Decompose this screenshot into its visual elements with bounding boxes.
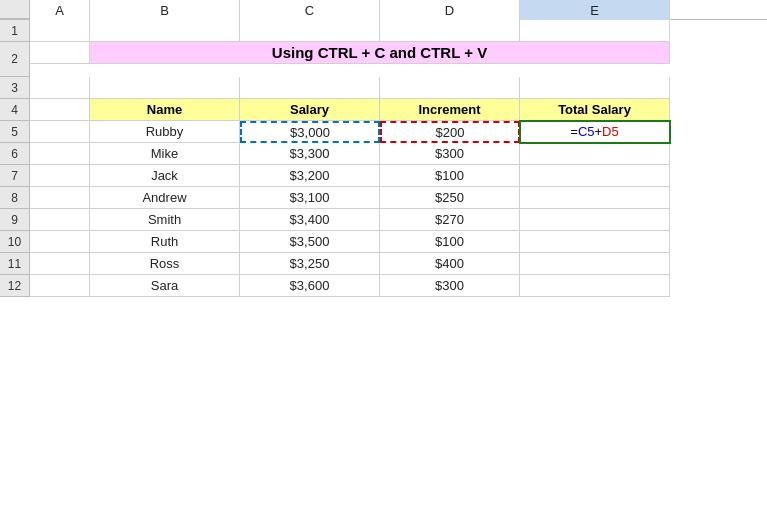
cell-b8-name[interactable]: Andrew: [90, 187, 240, 209]
row-num-4[interactable]: 4: [0, 99, 30, 121]
col-header-d[interactable]: D: [380, 0, 520, 22]
cell-d3[interactable]: [380, 77, 520, 99]
cell-d6-increment[interactable]: $300: [380, 143, 520, 165]
cell-title[interactable]: Using CTRL + C and CTRL + V: [90, 42, 670, 64]
cell-d10-increment[interactable]: $100: [380, 231, 520, 253]
cell-c1[interactable]: [240, 20, 380, 42]
cell-d7-increment[interactable]: $100: [380, 165, 520, 187]
row-num-12[interactable]: 12: [0, 275, 30, 297]
cell-a7[interactable]: [30, 165, 90, 187]
cell-e9[interactable]: [520, 209, 670, 231]
cell-e5-formula[interactable]: =C5+D5: [520, 121, 670, 143]
cell-e1[interactable]: [520, 20, 670, 42]
row-num-11[interactable]: 11: [0, 253, 30, 275]
row-3: [30, 77, 767, 99]
row-9: Smith $3,400 $270: [30, 209, 767, 231]
cell-a5[interactable]: [30, 121, 90, 143]
row-num-6[interactable]: 6: [0, 143, 30, 165]
col-header-e[interactable]: E: [520, 0, 670, 22]
cell-b10-name[interactable]: Ruth: [90, 231, 240, 253]
row-num-9[interactable]: 9: [0, 209, 30, 231]
row-12: Sara $3,600 $300: [30, 275, 767, 297]
cell-d9-increment[interactable]: $270: [380, 209, 520, 231]
cell-e10[interactable]: [520, 231, 670, 253]
formula-c5: C5: [578, 124, 595, 139]
cell-a8[interactable]: [30, 187, 90, 209]
cell-b12-name[interactable]: Sara: [90, 275, 240, 297]
cell-c6-salary[interactable]: $3,300: [240, 143, 380, 165]
cell-b5-name[interactable]: Rubby: [90, 121, 240, 143]
cell-d12-increment[interactable]: $300: [380, 275, 520, 297]
cell-b6-name[interactable]: Mike: [90, 143, 240, 165]
row-4: Name Salary Increment Total Salary: [30, 99, 767, 121]
cell-c11-salary[interactable]: $3,250: [240, 253, 380, 275]
cell-e6[interactable]: [520, 143, 670, 165]
col-header-a[interactable]: A: [30, 0, 90, 22]
cell-c3[interactable]: [240, 77, 380, 99]
cell-c7-salary[interactable]: $3,200: [240, 165, 380, 187]
cell-d5-increment[interactable]: $200: [380, 121, 520, 143]
cell-b1[interactable]: [90, 20, 240, 42]
row-num-1[interactable]: 1: [0, 20, 30, 42]
row-num-5[interactable]: 5: [0, 121, 30, 143]
grid-area: Using CTRL + C and CTRL + V Name Salary …: [30, 20, 767, 529]
sheet-body: 1 2 3 4 5 6 7 8 9 10 11 12: [0, 20, 767, 529]
cell-e7[interactable]: [520, 165, 670, 187]
cell-c5-salary[interactable]: $3,000: [240, 121, 380, 143]
cell-a6[interactable]: [30, 143, 90, 165]
cell-c12-salary[interactable]: $3,600: [240, 275, 380, 297]
cell-b7-name[interactable]: Jack: [90, 165, 240, 187]
formula-plus: +: [595, 124, 603, 139]
row-num-7[interactable]: 7: [0, 165, 30, 187]
col-header-c[interactable]: C: [240, 0, 380, 22]
row-numbers: 1 2 3 4 5 6 7 8 9 10 11 12: [0, 20, 30, 529]
row-1: [30, 20, 767, 42]
cell-c10-salary[interactable]: $3,500: [240, 231, 380, 253]
cell-e4-total[interactable]: Total Salary: [520, 99, 670, 121]
cell-b9-name[interactable]: Smith: [90, 209, 240, 231]
cell-e3[interactable]: [520, 77, 670, 99]
cell-c8-salary[interactable]: $3,100: [240, 187, 380, 209]
cell-a9[interactable]: [30, 209, 90, 231]
formula-equals: =: [570, 124, 578, 139]
cell-c9-salary[interactable]: $3,400: [240, 209, 380, 231]
row-7: Jack $3,200 $100: [30, 165, 767, 187]
row-2: Using CTRL + C and CTRL + V: [30, 42, 767, 77]
cell-a1[interactable]: [30, 20, 90, 42]
row-8: Andrew $3,100 $250: [30, 187, 767, 209]
column-headers: A B C D E: [0, 0, 767, 20]
cell-a3[interactable]: [30, 77, 90, 99]
cell-b4-name[interactable]: Name: [90, 99, 240, 121]
col-header-b[interactable]: B: [90, 0, 240, 22]
row-num-8[interactable]: 8: [0, 187, 30, 209]
spreadsheet: A B C D E 1 2 3 4 5 6 7 8 9 10 11 12: [0, 0, 767, 529]
row-num-3[interactable]: 3: [0, 77, 30, 99]
row-5: Rubby $3,000 $200 =C5+D5: [30, 121, 767, 143]
cell-e8[interactable]: [520, 187, 670, 209]
cell-a10[interactable]: [30, 231, 90, 253]
cell-d1[interactable]: [380, 20, 520, 42]
cell-a11[interactable]: [30, 253, 90, 275]
cell-a2[interactable]: [30, 42, 90, 64]
row-6: Mike $3,300 $300: [30, 143, 767, 165]
cell-c4-salary[interactable]: Salary: [240, 99, 380, 121]
cell-d11-increment[interactable]: $400: [380, 253, 520, 275]
row-10: Ruth $3,500 $100: [30, 231, 767, 253]
cell-a4[interactable]: [30, 99, 90, 121]
corner-cell: [0, 0, 30, 19]
row-num-10[interactable]: 10: [0, 231, 30, 253]
row-num-2[interactable]: 2: [0, 42, 30, 77]
formula-d5: D5: [602, 124, 619, 139]
cell-b11-name[interactable]: Ross: [90, 253, 240, 275]
cell-d4-increment[interactable]: Increment: [380, 99, 520, 121]
cell-a12[interactable]: [30, 275, 90, 297]
cell-b3[interactable]: [90, 77, 240, 99]
cell-e12[interactable]: [520, 275, 670, 297]
cell-e11[interactable]: [520, 253, 670, 275]
cell-d8-increment[interactable]: $250: [380, 187, 520, 209]
row-11: Ross $3,250 $400: [30, 253, 767, 275]
